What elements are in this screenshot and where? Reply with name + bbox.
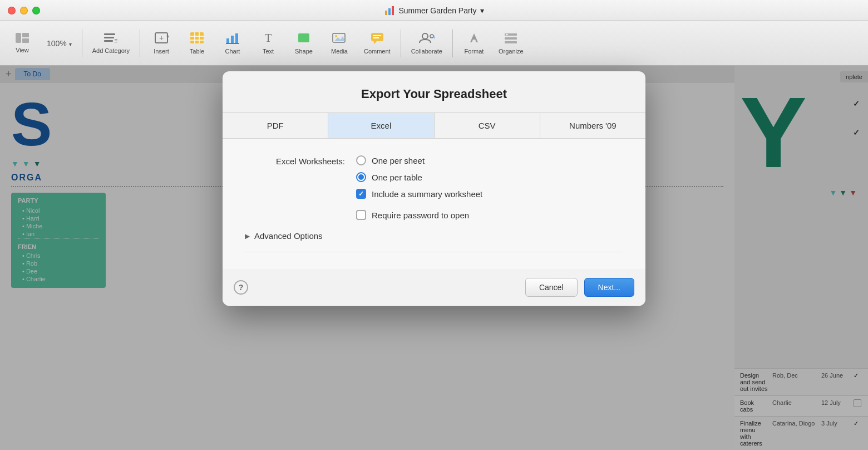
text-icon: T xyxy=(261,32,275,46)
next-button[interactable]: Next... xyxy=(584,278,634,297)
chart-label: Chart xyxy=(225,48,240,55)
format-tabs: PDF Excel CSV Numbers '09 xyxy=(223,113,645,139)
tab-numbers09[interactable]: Numbers '09 xyxy=(540,113,645,138)
collaborate-button[interactable]: + Collaborate xyxy=(406,28,448,58)
add-category-button[interactable]: ≡ Add Category xyxy=(87,29,135,57)
chart-button[interactable]: Chart xyxy=(216,28,249,58)
add-category-label: Add Category xyxy=(92,47,130,54)
title-bar: Summer Garden Party ▾ xyxy=(0,0,868,21)
view-icon xyxy=(16,33,29,45)
svg-rect-13 xyxy=(190,32,204,43)
close-button[interactable] xyxy=(8,7,16,14)
modal-title: Export Your Spreadsheet xyxy=(223,71,645,113)
advanced-options-row[interactable]: ▶ Advanced Options xyxy=(245,231,623,252)
footer-buttons: Cancel Next... xyxy=(525,278,634,297)
checkbox-summary-item[interactable]: ✓ Include a summary worksheet xyxy=(356,189,482,199)
radio-one-per-sheet[interactable]: One per sheet xyxy=(356,155,482,165)
chart-toolbar-icon xyxy=(225,32,240,46)
tab-csv[interactable]: CSV xyxy=(435,113,540,138)
separator-1 xyxy=(82,30,82,57)
text-button[interactable]: T Text xyxy=(251,28,285,58)
add-category-icon: ≡ xyxy=(104,32,117,46)
insert-label: Insert xyxy=(154,48,169,55)
svg-text:T: T xyxy=(265,32,272,44)
svg-point-37 xyxy=(506,33,508,36)
organize-icon xyxy=(504,32,518,46)
svg-point-30 xyxy=(422,33,428,39)
svg-rect-6 xyxy=(104,33,115,35)
format-label: Format xyxy=(465,48,484,55)
shape-icon xyxy=(297,32,311,46)
separator-3 xyxy=(401,30,401,57)
svg-text:≡: ≡ xyxy=(114,36,117,43)
organize-button[interactable]: Organize xyxy=(493,28,529,58)
svg-marker-27 xyxy=(373,41,377,44)
svg-rect-23 xyxy=(298,33,309,42)
radio-dot xyxy=(358,174,364,180)
radio-group: One per sheet One per table ✓ xyxy=(356,155,482,199)
svg-text:▾: ▾ xyxy=(166,33,169,40)
media-button[interactable]: Media xyxy=(323,28,356,58)
svg-rect-18 xyxy=(226,38,229,43)
password-label: Require password to open xyxy=(372,211,469,220)
radio-one-per-table-input[interactable] xyxy=(356,172,366,182)
maximize-button[interactable] xyxy=(32,7,40,14)
cancel-button[interactable]: Cancel xyxy=(525,278,578,297)
view-label: View xyxy=(16,47,29,53)
main-area: + To Do S ▼ ▼ ▼ ORGA PARTY • Nicol • Har… xyxy=(0,66,868,450)
format-icon xyxy=(467,32,481,46)
svg-rect-8 xyxy=(104,40,113,42)
view-button[interactable]: View xyxy=(6,30,39,57)
worksheet-row: Excel Worksheets: One per sheet xyxy=(245,155,623,199)
comment-button[interactable]: Comment xyxy=(358,28,396,58)
radio-one-per-table[interactable]: One per table xyxy=(356,172,482,182)
window-title: Summer Garden Party ▾ xyxy=(384,5,484,16)
separator-2 xyxy=(140,30,140,57)
radio-one-per-sheet-label: One per sheet xyxy=(372,156,425,165)
worksheet-label: Excel Worksheets: xyxy=(245,155,356,166)
minimize-button[interactable] xyxy=(20,7,28,14)
zoom-icon: 100% ▾ xyxy=(47,40,72,47)
svg-rect-20 xyxy=(235,33,238,43)
svg-rect-3 xyxy=(16,33,21,43)
checkbox-check: ✓ xyxy=(358,190,364,198)
password-checkbox-item[interactable]: Require password to open xyxy=(356,210,469,220)
insert-button[interactable]: + ▾ Insert xyxy=(145,28,178,58)
table-icon xyxy=(190,32,204,46)
shape-button[interactable]: Shape xyxy=(287,28,320,58)
modal-body: Excel Worksheets: One per sheet xyxy=(223,139,645,269)
svg-rect-35 xyxy=(505,37,517,40)
window-controls xyxy=(8,7,40,14)
table-label: Table xyxy=(190,48,204,55)
collaborate-label: Collaborate xyxy=(411,48,442,55)
title-chevron[interactable]: ▾ xyxy=(480,6,484,15)
svg-rect-19 xyxy=(231,36,234,43)
tab-pdf[interactable]: PDF xyxy=(223,113,328,138)
comment-label: Comment xyxy=(364,48,391,55)
svg-point-25 xyxy=(335,35,337,37)
text-label: Text xyxy=(263,48,274,55)
help-button[interactable]: ? xyxy=(234,280,248,295)
modal-overlay: Export Your Spreadsheet PDF Excel CSV Nu… xyxy=(0,66,868,450)
svg-rect-0 xyxy=(385,11,387,15)
svg-rect-26 xyxy=(371,33,383,41)
separator-4 xyxy=(452,30,453,57)
collaborate-icon: + xyxy=(418,32,435,46)
table-button[interactable]: Table xyxy=(180,28,214,58)
tab-excel[interactable]: Excel xyxy=(328,113,434,138)
svg-text:+: + xyxy=(159,33,164,42)
media-icon xyxy=(332,32,347,46)
password-checkbox-box[interactable] xyxy=(356,210,366,220)
svg-rect-5 xyxy=(22,38,29,43)
svg-rect-4 xyxy=(22,33,29,37)
svg-rect-7 xyxy=(104,37,114,38)
radio-one-per-table-label: One per table xyxy=(372,173,422,182)
radio-one-per-sheet-input[interactable] xyxy=(356,155,366,165)
insert-icon: + ▾ xyxy=(154,32,169,46)
advanced-options-label[interactable]: Advanced Options xyxy=(254,231,323,241)
format-button[interactable]: Format xyxy=(457,28,491,58)
checkbox-summary-box[interactable]: ✓ xyxy=(356,189,366,199)
export-modal: Export Your Spreadsheet PDF Excel CSV Nu… xyxy=(223,71,645,306)
password-row: Require password to open xyxy=(245,210,623,220)
zoom-button[interactable]: 100% ▾ xyxy=(41,36,77,51)
